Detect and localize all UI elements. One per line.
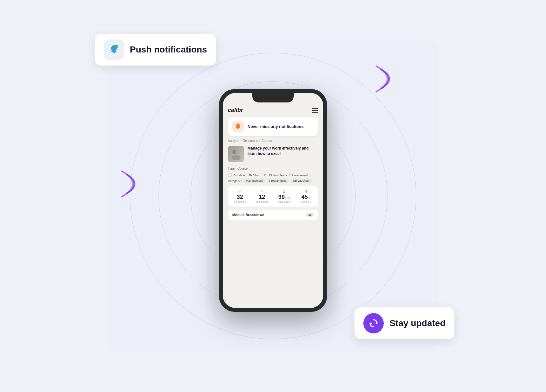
breadcrumb-sep-1: › xyxy=(241,139,242,143)
stat-inprogress: ✓ 12 In progress xyxy=(252,189,272,203)
completed-num: 32 xyxy=(237,194,243,200)
hamburger-menu[interactable] xyxy=(312,108,318,113)
duration-value: 2h 32m xyxy=(248,173,259,177)
course-thumbnail xyxy=(228,146,244,162)
duration-row: 🕐 Duration : 2h 32m ⚙ 15 Modules • 1 Ass… xyxy=(228,173,318,177)
hamburger-line-2 xyxy=(312,110,318,111)
timespent-label: Time Spent xyxy=(277,200,290,203)
inprogress-label: In progress xyxy=(256,200,268,203)
completed-label: Completed xyxy=(234,200,246,203)
push-icon-bg xyxy=(104,39,124,60)
tag-programming: Programming xyxy=(267,178,289,183)
phone-wrapper: calibr xyxy=(219,89,327,312)
tags-row: Category : Management Programming Spread… xyxy=(228,178,318,183)
completed-icon: ✓ xyxy=(238,189,241,193)
phone-header: calibr xyxy=(228,106,318,114)
svg-rect-8 xyxy=(237,123,239,124)
clock-icon: 🕐 xyxy=(228,173,232,177)
signal-left xyxy=(120,168,146,201)
push-notifications-card: Push notifications xyxy=(95,34,216,66)
course-info: Manage your work effectively and learn h… xyxy=(248,146,318,157)
breadcrumb-resources: Resources xyxy=(243,139,258,143)
module-breakdown-bar[interactable]: Module Breakdown 15 xyxy=(228,210,318,220)
signal-arc-right xyxy=(375,63,400,95)
complete-pct-label: Comple... xyxy=(301,200,312,203)
tag-spreadsheet: Spreadsheet xyxy=(290,178,312,183)
stat-timespent: ⧗ 90 Hrs Time Spent xyxy=(274,189,294,203)
module-breakdown-count: 15 xyxy=(306,213,314,217)
stats-grid: ✓ 32 Completed ✓ 12 In progress ⧗ xyxy=(228,186,318,206)
phone-content: calibr xyxy=(223,93,323,308)
complete-pct-num: 45 xyxy=(301,194,308,200)
app-logo: calibr xyxy=(228,107,243,114)
svg-marker-5 xyxy=(375,322,377,324)
phone-notch xyxy=(252,93,294,102)
notification-icon-bg xyxy=(232,121,244,132)
tag-management: Management xyxy=(243,178,265,183)
hamburger-line-1 xyxy=(312,108,318,109)
assessment-label: 1 Assessment xyxy=(289,173,308,177)
scene: Push notifications Stay updated xyxy=(82,21,464,371)
timespent-icon: ⧗ xyxy=(283,189,285,193)
signal-right xyxy=(375,63,400,96)
svg-point-4 xyxy=(115,45,118,48)
stay-updated-card: Stay updated xyxy=(354,307,454,339)
course-title: Manage your work effectively and learn h… xyxy=(248,146,318,157)
modules-icon: ⚙ xyxy=(264,173,267,177)
module-breakdown-label: Module Breakdown xyxy=(232,213,264,217)
svg-rect-2 xyxy=(113,45,115,46)
timespent-unit: Hrs xyxy=(285,196,290,200)
category-label: Category : xyxy=(228,179,242,183)
stat-completed: ✓ 32 Completed xyxy=(230,189,250,203)
stay-title: Stay updated xyxy=(389,318,445,328)
stat-complete-pct: ⊗ 45 % Comple... xyxy=(296,189,317,203)
signal-arc-left xyxy=(120,168,146,200)
bell-icon xyxy=(108,44,120,55)
svg-point-7 xyxy=(237,128,239,129)
inprogress-icon: ✓ xyxy=(261,189,263,193)
course-card: Manage your work effectively and learn h… xyxy=(228,146,318,162)
svg-point-11 xyxy=(232,155,241,160)
notification-text: Never miss any notifications xyxy=(248,124,304,129)
svg-point-3 xyxy=(113,52,115,53)
complete-pct-unit: % xyxy=(308,196,311,200)
course-thumb-svg xyxy=(230,148,242,160)
phone: calibr xyxy=(219,89,327,312)
notification-banner: Never miss any notifications xyxy=(228,117,318,136)
notification-bell-icon xyxy=(235,123,241,130)
stay-icon-bg xyxy=(363,313,384,333)
phone-screen: calibr xyxy=(223,93,323,308)
modules-label: 15 Modules xyxy=(269,173,284,177)
dot-sep: • xyxy=(286,173,287,177)
timespent-num: 90 xyxy=(278,194,285,200)
course-type: Type : Course xyxy=(228,167,318,170)
refresh-icon xyxy=(368,318,379,329)
breadcrumb: Analyze › Resources › Course xyxy=(228,139,318,143)
course-meta: 🕐 Duration : 2h 32m ⚙ 15 Modules • 1 Ass… xyxy=(228,173,318,183)
breadcrumb-analyze: Analyze xyxy=(228,139,239,143)
breadcrumb-course: Course xyxy=(262,139,272,143)
hamburger-line-3 xyxy=(312,112,318,113)
course-thumbnail-image xyxy=(228,146,244,162)
svg-point-10 xyxy=(235,150,240,154)
inprogress-num: 12 xyxy=(259,194,265,200)
complete-pct-icon: ⊗ xyxy=(305,189,308,193)
push-title: Push notifications xyxy=(130,45,207,55)
duration-label: Duration : xyxy=(234,173,247,177)
svg-marker-6 xyxy=(370,322,372,325)
breadcrumb-sep-2: › xyxy=(259,139,260,143)
